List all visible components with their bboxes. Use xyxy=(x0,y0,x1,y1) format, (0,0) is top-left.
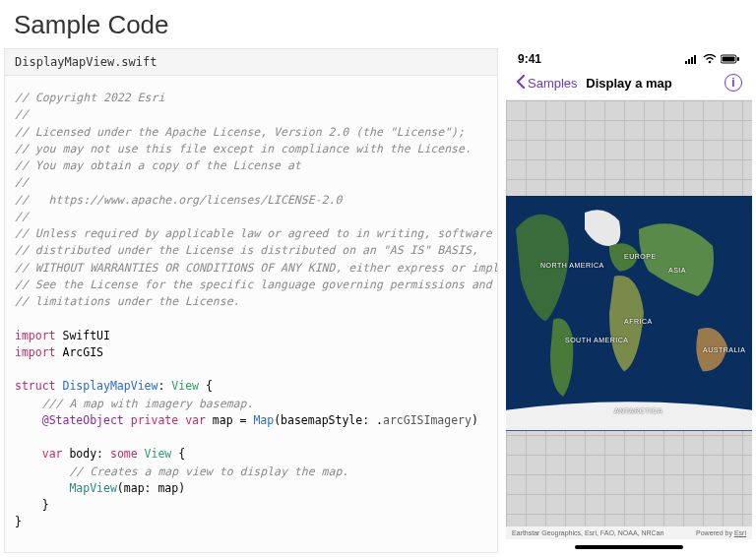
nav-back-button[interactable]: Samples xyxy=(516,75,578,92)
code-line: } xyxy=(15,514,487,530)
code-panel: DisplayMapView.swift // Copyright 2022 E… xyxy=(4,48,498,553)
nav-back-label: Samples xyxy=(528,76,578,91)
nav-bar: Samples Display a map i xyxy=(506,68,752,100)
page-heading: Sample Code xyxy=(0,0,756,48)
code-line: // Unless required by applicable law or … xyxy=(15,225,487,242)
info-button[interactable]: i xyxy=(724,74,742,92)
home-indicator xyxy=(575,545,683,549)
map-view[interactable]: NORTH AMERICA SOUTH AMERICA EUROPE AFRIC… xyxy=(506,100,752,526)
map-label-asia: ASIA xyxy=(668,267,686,274)
code-line: // xyxy=(15,174,487,191)
code-line: } xyxy=(15,497,487,514)
code-line xyxy=(15,361,487,378)
nav-title: Display a map xyxy=(586,76,671,91)
file-tab[interactable]: DisplayMapView.swift xyxy=(5,49,497,76)
code-line: import ArcGIS xyxy=(15,344,487,361)
code-line: // you may not use this file except in c… xyxy=(15,141,487,157)
map-label-antarctica: ANTARCTICA xyxy=(614,407,662,414)
code-line: // https://www.apache.org/licenses/LICEN… xyxy=(15,192,487,209)
code-line: // See the License for the specific lang… xyxy=(15,277,487,293)
code-line: import SwiftUI xyxy=(15,328,487,344)
svg-point-4 xyxy=(709,61,712,64)
code-line: // WITHOUT WARRANTIES OR CONDITIONS OF A… xyxy=(15,260,487,277)
battery-icon xyxy=(721,54,740,64)
code-line: // limitations under the License. xyxy=(15,293,487,310)
code-line: // Licensed under the Apache License, Ve… xyxy=(15,124,487,141)
map-label-australia: AUSTRALIA xyxy=(703,346,745,353)
cellular-signal-icon xyxy=(685,54,699,64)
code-line: // xyxy=(15,106,487,123)
attribution-link[interactable]: Esri xyxy=(734,529,746,536)
code-line: // Copyright 2022 Esri xyxy=(15,90,487,106)
svg-rect-3 xyxy=(694,55,696,64)
code-line xyxy=(15,310,487,327)
code-line: var body: some View { xyxy=(15,446,487,463)
device-preview: 9:41 Samples Display a map xyxy=(506,48,752,553)
chevron-left-icon xyxy=(516,75,526,92)
map-label-europe: EUROPE xyxy=(624,253,657,260)
code-line: // You may obtain a copy of the License … xyxy=(15,157,487,174)
svg-rect-6 xyxy=(723,57,735,62)
code-line xyxy=(15,429,487,446)
svg-rect-7 xyxy=(737,57,739,61)
svg-rect-2 xyxy=(691,57,693,64)
map-label-south-america: SOUTH AMERICA xyxy=(565,337,628,343)
attribution-sources: Earthstar Geographics, Esri, FAO, NOAA, … xyxy=(512,529,663,536)
attribution-prefix: Powered by xyxy=(696,529,734,536)
world-map: NORTH AMERICA SOUTH AMERICA EUROPE AFRIC… xyxy=(506,196,752,430)
map-label-africa: AFRICA xyxy=(624,318,653,325)
wifi-icon xyxy=(703,54,717,64)
code-line: MapView(map: map) xyxy=(15,480,487,497)
svg-rect-1 xyxy=(688,59,690,64)
code-line: // distributed under the License is dist… xyxy=(15,242,487,259)
status-time: 9:41 xyxy=(518,52,541,66)
code-line: // Creates a map view to display the map… xyxy=(15,464,487,480)
status-bar: 9:41 xyxy=(506,48,752,68)
code-line: /// A map with imagery basemap. xyxy=(15,396,487,412)
map-label-north-america: NORTH AMERICA xyxy=(540,262,604,269)
info-icon: i xyxy=(731,76,734,90)
code-line: @StateObject private var map = Map(basem… xyxy=(15,412,487,429)
map-attribution: Earthstar Geographics, Esri, FAO, NOAA, … xyxy=(506,526,752,539)
code-line: // xyxy=(15,209,487,225)
code-line: struct DisplayMapView: View { xyxy=(15,378,487,395)
svg-rect-0 xyxy=(685,61,687,64)
code-body: // Copyright 2022 Esri//// Licensed unde… xyxy=(5,76,497,552)
